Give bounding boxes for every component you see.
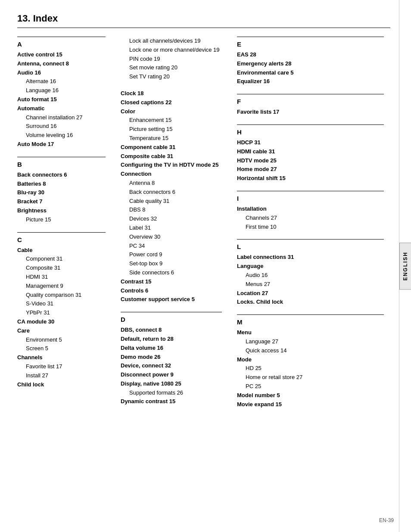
index-entry: Child lock: [17, 380, 106, 389]
index-entry: Back connectors 6: [17, 171, 106, 180]
index-entry: Location 27: [237, 289, 384, 298]
section-m: M MenuLanguage 27Quick access 14ModeHD 2…: [237, 314, 384, 409]
index-entry: Picture setting 15: [121, 125, 222, 134]
index-entry: Movie expand 15: [237, 400, 384, 409]
index-entry: S-Video 31: [17, 299, 106, 308]
index-entry: Composite 31: [17, 264, 106, 273]
index-entry: Install 27: [17, 371, 106, 380]
index-entry: Emergency alerts 28: [237, 59, 384, 68]
index-entry: Component 31: [17, 255, 106, 264]
index-entry: CA module 30: [17, 317, 106, 327]
index-entry: Back connectors 6: [121, 188, 222, 197]
index-entry: HDMI 31: [17, 273, 106, 282]
index-entry: Picture 15: [17, 215, 106, 224]
index-entry: Closed captions 22: [121, 98, 222, 107]
index-entry: Customer support service 5: [121, 295, 222, 304]
index-entry: Surround 16: [17, 122, 106, 131]
column-f-entries: Favorite lists 17: [237, 108, 384, 117]
letter-b: B: [17, 161, 106, 168]
index-entry: Contrast 15: [121, 277, 222, 286]
index-entry: DBS 8: [121, 205, 222, 215]
index-entry: Configuring the TV in HDTV mode 25: [121, 161, 222, 170]
index-entry: Auto Mode 17: [17, 140, 106, 149]
index-entry: Enhancement 15: [121, 116, 222, 125]
index-entry: Cable: [17, 246, 106, 255]
index-entry: Environment 5: [17, 336, 106, 345]
index-entry: Color: [121, 107, 222, 116]
index-entry: Power cord 9: [121, 250, 222, 259]
letter-l: L: [237, 243, 384, 250]
column-c-entries: CableComponent 31Composite 31HDMI 31Mana…: [17, 246, 106, 389]
index-entry: Demo mode 26: [121, 353, 222, 362]
index-entry: HDCP 31: [237, 138, 384, 147]
index-entry: Favorite lists 17: [237, 108, 384, 117]
column-i-entries: InstallationChannels 27First time 10: [237, 205, 384, 231]
letter-f: F: [237, 98, 384, 105]
index-entry: Installation: [237, 205, 384, 214]
index-entry: Default, return to 28: [121, 335, 222, 344]
index-entry: Active control 15: [17, 50, 106, 59]
column-right: E EAS 28Emergency alerts 28Environmental…: [228, 37, 390, 519]
section-d: D DBS, connect 8Default, return to 28Del…: [121, 312, 222, 406]
col-mid-top-entries: Lock all channels/devices 19Lock one or …: [121, 37, 222, 81]
section-b: B Back connectors 6Batteries 8Blu-ray 30…: [17, 157, 106, 224]
columns-wrapper: A Active control 15Antenna, connect 8Aud…: [17, 37, 390, 519]
column-b-entries: Back connectors 6Batteries 8Blu-ray 30Br…: [17, 171, 106, 224]
index-entry: Model number 5: [237, 391, 384, 400]
section-i: I InstallationChannels 27First time 10: [237, 191, 384, 231]
index-entry: Devices 32: [121, 215, 222, 224]
index-entry: Supported formats 26: [121, 389, 222, 398]
section-a: A Active control 15Antenna, connect 8Aud…: [17, 37, 106, 149]
index-entry: Menus 27: [237, 280, 384, 289]
column-m-entries: MenuLanguage 27Quick access 14ModeHD 25H…: [237, 328, 384, 409]
page-number: EN-39: [379, 517, 394, 523]
index-entry: Cable quality 31: [121, 197, 222, 206]
index-entry: Channels 27: [237, 214, 384, 223]
index-entry: Environmental care 5: [237, 68, 384, 78]
index-entry: PC 25: [237, 382, 384, 391]
index-entry: Equalizer 16: [237, 77, 384, 86]
index-entry: Language: [237, 262, 384, 271]
index-entry: PC 34: [121, 242, 222, 251]
index-entry: DBS, connect 8: [121, 326, 222, 335]
column-h-entries: HDCP 31HDMI cable 31HDTV mode 25Home mod…: [237, 138, 384, 183]
index-entry: Management 9: [17, 282, 106, 291]
col-mid-clock-entries: Clock 18Closed captions 22ColorEnhanceme…: [121, 89, 222, 304]
letter-a: A: [17, 40, 106, 48]
index-entry: HDMI cable 31: [237, 147, 384, 156]
index-entry: Bracket 7: [17, 197, 106, 206]
index-entry: Antenna, connect 8: [17, 59, 106, 68]
index-entry: Quality comparison 31: [17, 291, 106, 300]
index-entry: Quick access 14: [237, 346, 384, 355]
section-l: L Label connections 31LanguageAudio 16Me…: [237, 239, 384, 307]
index-entry: Auto format 15: [17, 95, 106, 104]
index-entry: Composite cable 31: [121, 152, 222, 161]
index-entry: Set movie rating 20: [121, 63, 222, 72]
main-content: 13. Index A Active control 15Antenna, co…: [0, 0, 399, 532]
index-entry: Horizontal shift 15: [237, 174, 384, 183]
index-entry: Device, connect 32: [121, 361, 222, 370]
index-entry: Audio 16: [237, 271, 384, 280]
index-entry: HD 25: [237, 364, 384, 373]
index-entry: Care: [17, 327, 106, 336]
index-entry: Channels: [17, 353, 106, 362]
letter-h: H: [237, 128, 384, 136]
index-entry: Screen 5: [17, 344, 106, 353]
column-e-entries: EAS 28Emergency alerts 28Environmental c…: [237, 50, 384, 86]
index-entry: Dynamic contrast 15: [121, 397, 222, 406]
index-entry: Brightness: [17, 206, 106, 215]
index-entry: Locks. Child lock: [237, 298, 384, 307]
index-entry: Antenna 8: [121, 179, 222, 188]
letter-e: E: [237, 40, 384, 48]
index-entry: Automatic: [17, 104, 106, 113]
index-entry: YPbPr 31: [17, 308, 106, 317]
index-entry: Language 27: [237, 337, 384, 346]
letter-c: C: [17, 236, 106, 243]
index-entry: Label 31: [121, 224, 222, 233]
index-entry: Label connections 31: [237, 253, 384, 262]
column-l-entries: Label connections 31LanguageAudio 16Menu…: [237, 253, 384, 307]
index-entry: Connection: [121, 170, 222, 179]
page-container: 13. Index A Active control 15Antenna, co…: [0, 0, 411, 532]
index-entry: Lock one or more channel/device 19: [121, 46, 222, 55]
index-entry: PIN code 19: [121, 55, 222, 64]
